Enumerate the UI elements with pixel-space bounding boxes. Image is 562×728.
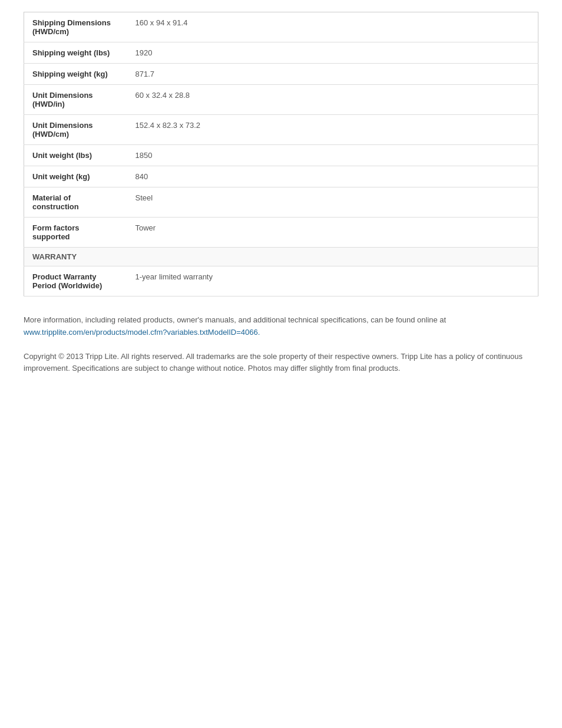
- row-label: Material of construction: [24, 187, 127, 218]
- warranty-header-label: WARRANTY: [24, 248, 538, 266]
- product-link[interactable]: www.tripplite.com/en/products/model.cfm?…: [24, 328, 260, 337]
- table-row: Form factors supported Tower: [24, 218, 538, 248]
- table-row: Unit Dimensions (HWD/in) 60 x 32.4 x 28.…: [24, 85, 538, 115]
- row-label: Shipping weight (kg): [24, 64, 127, 85]
- row-label: Form factors supported: [24, 218, 127, 248]
- warranty-section-header: WARRANTY: [24, 248, 538, 266]
- info-prefix-text: More information, including related prod…: [24, 315, 446, 324]
- warranty-row-label: Product Warranty Period (Worldwide): [24, 266, 127, 297]
- row-label: Shipping Dimensions (HWD/cm): [24, 12, 127, 42]
- copyright-text: Copyright © 2013 Tripp Lite. All rights …: [24, 351, 538, 375]
- row-label: Unit weight (kg): [24, 166, 127, 187]
- row-label: Shipping weight (lbs): [24, 42, 127, 64]
- specs-table: Shipping Dimensions (HWD/cm) 160 x 94 x …: [24, 12, 538, 297]
- row-label: Unit Dimensions (HWD/cm): [24, 115, 127, 145]
- row-value: 152.4 x 82.3 x 73.2: [127, 115, 538, 145]
- table-row: Unit weight (kg) 840: [24, 166, 538, 187]
- warranty-row: Product Warranty Period (Worldwide) 1-ye…: [24, 266, 538, 297]
- info-paragraph: More information, including related prod…: [24, 314, 538, 339]
- row-value: 60 x 32.4 x 28.8: [127, 85, 538, 115]
- table-row: Shipping weight (kg) 871.7: [24, 64, 538, 85]
- row-value: Tower: [127, 218, 538, 248]
- table-row: Unit weight (lbs) 1850: [24, 145, 538, 166]
- table-row: Shipping Dimensions (HWD/cm) 160 x 94 x …: [24, 12, 538, 42]
- warranty-row-value: 1-year limited warranty: [127, 266, 538, 297]
- table-row: Material of construction Steel: [24, 187, 538, 218]
- row-value: 160 x 94 x 91.4: [127, 12, 538, 42]
- table-row: Shipping weight (lbs) 1920: [24, 42, 538, 64]
- row-label: Unit Dimensions (HWD/in): [24, 85, 127, 115]
- row-value: 840: [127, 166, 538, 187]
- table-row: Unit Dimensions (HWD/cm) 152.4 x 82.3 x …: [24, 115, 538, 145]
- row-value: 1850: [127, 145, 538, 166]
- row-value: 1920: [127, 42, 538, 64]
- row-value: 871.7: [127, 64, 538, 85]
- row-label: Unit weight (lbs): [24, 145, 127, 166]
- row-value: Steel: [127, 187, 538, 218]
